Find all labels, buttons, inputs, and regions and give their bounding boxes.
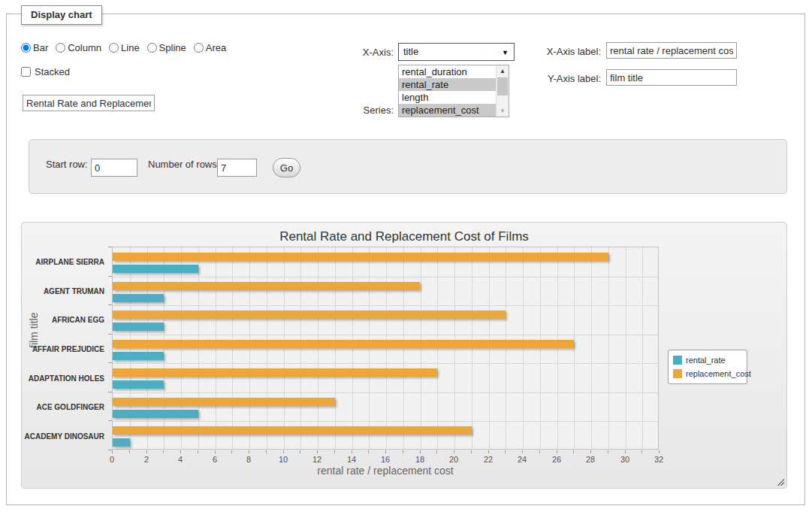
chart-type-radio-bar[interactable] <box>21 43 31 53</box>
bar-rental_rate[interactable] <box>113 352 164 360</box>
gridline-x <box>335 247 336 449</box>
start-row-input[interactable] <box>91 159 137 177</box>
number-of-rows-input[interactable] <box>217 159 257 177</box>
bar-replacement_cost[interactable] <box>113 282 420 290</box>
bar-rental_rate[interactable] <box>113 380 164 389</box>
chart-type-option-bar: Bar <box>21 42 48 53</box>
x-tick-label: 24 <box>511 455 533 464</box>
y-axis-tick <box>108 392 112 392</box>
gridline-x <box>540 247 541 449</box>
fieldset-legend: Display chart <box>21 5 102 25</box>
x-axis-tick <box>231 450 232 453</box>
chart-title-input[interactable] <box>23 95 155 111</box>
chart-type-radio-line[interactable] <box>109 43 119 53</box>
x-axis-tick <box>590 450 591 453</box>
legend-item-rental_rate[interactable]: rental_rate <box>673 353 742 367</box>
gridline-y <box>113 363 658 364</box>
x-axis-tick <box>266 450 267 453</box>
chart-type-radio-group: BarColumnLineSplineArea <box>21 42 231 53</box>
legend-label: replacement_cost <box>686 369 751 378</box>
gridline-x <box>608 247 609 449</box>
x-axis-tick <box>249 450 249 453</box>
gridline-x <box>591 247 592 449</box>
x-axis-tick <box>368 450 369 453</box>
series-listbox[interactable]: rental_durationrental_ratelengthreplacem… <box>398 65 509 117</box>
category-label: AIRPLANE SIERRA <box>20 258 104 266</box>
scrollbar-thumb[interactable] <box>497 77 508 95</box>
x-axis-tick <box>385 450 386 453</box>
x-tick-label: 18 <box>409 455 431 464</box>
x-axis-title: rental rate / replacement cost <box>235 465 536 477</box>
y-axis-tick <box>108 362 112 363</box>
x-axis-tick <box>215 450 216 453</box>
bar-replacement_cost[interactable] <box>113 311 506 319</box>
category-label: AFRICAN EGG <box>20 316 104 324</box>
stacked-checkbox-row: Stacked <box>21 66 70 77</box>
category-label: AGENT TRUMAN <box>20 287 104 295</box>
x-axis-tick <box>573 450 574 453</box>
gridline-x <box>147 247 148 449</box>
x-axis-select[interactable]: title ▼ <box>398 43 515 61</box>
x-tick-label: 0 <box>101 455 123 464</box>
scroll-down-icon[interactable]: ▼ <box>497 105 509 117</box>
x-tick-label: 14 <box>340 455 363 464</box>
gridline-x <box>489 247 490 449</box>
series-option-rental_rate[interactable]: rental_rate <box>399 78 496 91</box>
chart-type-radio-area[interactable] <box>194 43 204 53</box>
chart-type-radio-label: Area <box>206 42 226 53</box>
y-axis-tick <box>108 247 112 247</box>
x-axis-tick <box>112 450 113 453</box>
bar-replacement_cost[interactable] <box>113 253 608 261</box>
gridline-x <box>574 247 575 449</box>
x-tick-label: 22 <box>477 455 500 464</box>
chart-type-radio-spline[interactable] <box>147 43 157 53</box>
chart-type-radio-column[interactable] <box>56 43 65 53</box>
gridline-x <box>454 247 455 449</box>
legend-item-replacement_cost[interactable]: replacement_cost <box>673 367 742 380</box>
bar-rental_rate[interactable] <box>113 323 164 331</box>
x-tick-label: 32 <box>647 455 670 464</box>
x-axis-selected-value: title <box>403 46 418 57</box>
bar-replacement_cost[interactable] <box>113 398 335 406</box>
bar-replacement_cost[interactable] <box>113 426 472 435</box>
series-option-replacement_cost[interactable]: replacement_cost <box>399 104 496 117</box>
x-tick-label: 8 <box>237 455 260 464</box>
bar-rental_rate[interactable] <box>113 410 198 418</box>
bar-replacement_cost[interactable] <box>113 340 574 348</box>
bar-rental_rate[interactable] <box>113 265 198 273</box>
x-tick-label: 4 <box>169 455 192 464</box>
chevron-down-icon: ▼ <box>502 44 509 62</box>
x-axis-label-input[interactable] <box>606 42 737 59</box>
gridline-y <box>113 421 658 422</box>
gridline-x <box>421 247 421 449</box>
bar-rental_rate[interactable] <box>113 438 130 447</box>
x-tick-label: 10 <box>272 455 294 464</box>
bar-rental_rate[interactable] <box>113 294 164 302</box>
y-axis-label-input[interactable] <box>606 69 737 86</box>
series-scrollbar[interactable]: ▲ ▼ <box>496 65 509 117</box>
gridline-x <box>557 247 558 449</box>
series-option-length[interactable]: length <box>399 91 496 104</box>
stacked-checkbox[interactable] <box>21 67 31 77</box>
go-button[interactable]: Go <box>273 158 300 177</box>
x-axis-tick <box>283 450 284 453</box>
chart-panel: Rental Rate and Replacement Cost of Film… <box>21 222 787 489</box>
x-tick-label: 2 <box>135 455 158 464</box>
x-axis-tick <box>180 450 181 453</box>
scroll-up-icon[interactable]: ▲ <box>497 65 509 77</box>
legend-swatch-icon <box>673 356 682 365</box>
resize-handle-icon[interactable] <box>776 477 784 486</box>
x-axis-tick <box>659 450 660 453</box>
x-tick-label: 30 <box>614 455 636 464</box>
bar-replacement_cost[interactable] <box>113 368 437 377</box>
x-tick-label: 16 <box>374 455 397 464</box>
y-axis-tick <box>108 420 112 421</box>
gridline-x <box>352 247 353 449</box>
gridline-y <box>113 392 658 393</box>
gridline-x <box>216 247 216 449</box>
series-list-label: Series: <box>323 105 394 116</box>
series-option-rental_duration[interactable]: rental_duration <box>399 65 496 78</box>
chart-type-radio-label: Column <box>68 42 101 53</box>
gridline-x <box>198 247 199 449</box>
chart-type-radio-label: Spline <box>159 42 186 53</box>
